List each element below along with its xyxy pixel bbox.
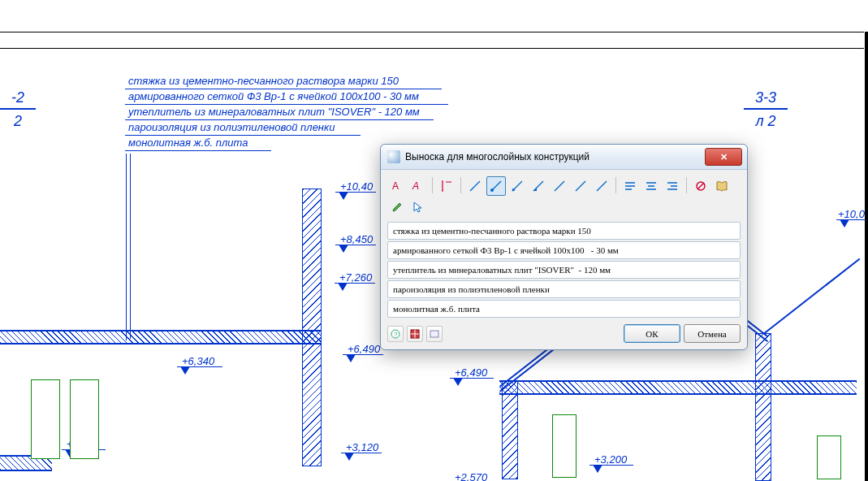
frame-edge bbox=[865, 32, 868, 481]
cad-canvas[interactable]: -2 2 3-3 л 2 стяжка из цементно-песчанно… bbox=[0, 0, 868, 481]
wall bbox=[755, 333, 771, 481]
layer-input-1[interactable] bbox=[387, 222, 741, 240]
none-icon[interactable] bbox=[691, 176, 710, 196]
leader-note: монолитная ж.б. плита bbox=[127, 136, 249, 149]
layer-input-5[interactable] bbox=[387, 300, 741, 318]
gost-icon[interactable] bbox=[426, 326, 443, 342]
wall bbox=[302, 188, 322, 466]
elevation-mark: +10,40 bbox=[335, 180, 368, 193]
opening-rect bbox=[31, 379, 60, 459]
note-underline bbox=[125, 119, 434, 120]
cursor-icon[interactable] bbox=[408, 197, 428, 217]
svg-text:?: ? bbox=[394, 331, 398, 338]
roof-line bbox=[763, 258, 860, 335]
dialog-toolbar: A A bbox=[387, 175, 741, 222]
elevation-mark: +6,490 bbox=[343, 343, 375, 355]
arrow6-icon[interactable] bbox=[571, 176, 590, 196]
cancel-button[interactable]: Отмена bbox=[684, 324, 741, 343]
leader-note: утеплитель из минераловатных плит "ISOVE… bbox=[127, 106, 421, 118]
note-underline bbox=[125, 89, 442, 89]
book-icon[interactable] bbox=[712, 176, 732, 196]
opening-rect bbox=[70, 379, 99, 459]
leader-line bbox=[130, 154, 131, 339]
elevation-mark: +3,200 bbox=[589, 453, 622, 466]
layer-input-2[interactable] bbox=[387, 241, 741, 259]
frame-line bbox=[0, 48, 864, 49]
arrow5-icon[interactable] bbox=[550, 176, 569, 196]
ok-button[interactable]: ОК bbox=[624, 324, 680, 343]
close-button[interactable]: ✕ bbox=[705, 148, 742, 166]
elevation-mark: +8,450 bbox=[335, 233, 368, 245]
note-underline bbox=[125, 150, 271, 151]
note-underline bbox=[125, 135, 361, 136]
height-icon[interactable] bbox=[437, 176, 456, 196]
layer-input-3[interactable] bbox=[387, 261, 741, 279]
layer-input-4[interactable] bbox=[387, 280, 741, 298]
grid-icon[interactable] bbox=[407, 326, 423, 342]
arrow4-icon[interactable] bbox=[529, 176, 548, 196]
leader-note: стяжка из цементно-песчанного раствора м… bbox=[127, 75, 400, 87]
arrow1-icon[interactable] bbox=[465, 176, 485, 196]
elevation-mark: +2,570 bbox=[450, 471, 482, 481]
opening-rect bbox=[817, 436, 841, 479]
leader-note: армированного сеткой Ф3 Вр-1 с ячейкой 1… bbox=[127, 90, 421, 102]
slab-hatch bbox=[499, 380, 857, 395]
elevation-mark: +6,490 bbox=[450, 366, 482, 379]
help-icon[interactable]: ? bbox=[387, 326, 404, 342]
opening-rect bbox=[552, 414, 577, 478]
font-a-icon[interactable]: A bbox=[387, 176, 407, 196]
svg-rect-7 bbox=[430, 331, 438, 337]
frame-line bbox=[0, 32, 864, 32]
wall bbox=[502, 380, 518, 479]
align1-icon[interactable] bbox=[620, 176, 640, 196]
slab-hatch bbox=[0, 330, 321, 344]
elevation-mark: +6,340 bbox=[177, 355, 209, 367]
leader-line bbox=[126, 154, 127, 340]
arrow7-icon[interactable] bbox=[592, 176, 611, 196]
align3-icon[interactable] bbox=[663, 176, 682, 196]
elevation-mark: +10,0 bbox=[836, 208, 863, 220]
elevation-mark: +3,120 bbox=[341, 441, 374, 453]
svg-text:A: A bbox=[392, 180, 399, 192]
dialog-title: Выноска для многослойных конструкций bbox=[405, 151, 705, 162]
leader-note: пароизоляция из полиэтиленовой пленки bbox=[127, 121, 336, 133]
font-a2-icon[interactable]: A bbox=[408, 176, 428, 196]
elevation-mark: +7,260 bbox=[335, 271, 367, 284]
app-icon bbox=[387, 150, 400, 163]
section-label-right: 3-3 л 2 bbox=[744, 89, 788, 130]
dialog-titlebar[interactable]: Выноска для многослойных конструкций ✕ bbox=[381, 145, 747, 170]
svg-point-2 bbox=[490, 188, 494, 192]
svg-text:A: A bbox=[412, 180, 419, 192]
arrow2-icon[interactable] bbox=[486, 176, 506, 196]
arrow3-icon[interactable] bbox=[507, 176, 527, 196]
note-underline bbox=[125, 104, 448, 105]
brush-icon[interactable] bbox=[387, 197, 407, 217]
section-label-left: -2 2 bbox=[0, 89, 36, 130]
leader-dialog: Выноска для многослойных конструкций ✕ A… bbox=[380, 144, 748, 350]
align2-icon[interactable] bbox=[641, 176, 661, 196]
